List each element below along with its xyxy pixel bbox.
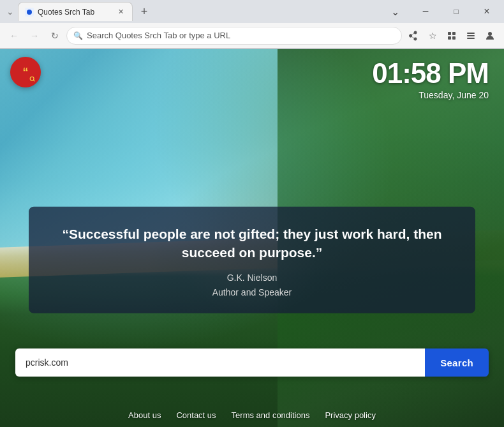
browser-menu-icon[interactable] xyxy=(462,27,480,45)
tab-title: Quotes Srch Tab xyxy=(38,8,112,17)
quote-text: “Successful people are not gifted; they … xyxy=(52,224,452,262)
footer-links: About us Contact us Terms and conditions… xyxy=(0,410,504,420)
search-logo-icon xyxy=(28,75,37,84)
footer-terms[interactable]: Terms and conditions xyxy=(232,410,310,420)
svg-rect-4 xyxy=(452,36,456,40)
share-icon[interactable] xyxy=(404,27,422,45)
address-bar-text: Search Quotes Srch Tab or type a URL xyxy=(87,31,230,40)
tab-close-button[interactable]: ✕ xyxy=(115,7,126,17)
clock-date: Tuesday, June 20 xyxy=(372,90,489,100)
quote-author-title: Author and Speaker xyxy=(52,285,452,299)
svg-point-8 xyxy=(488,32,492,36)
clock-widget: 01:58 PM Tuesday, June 20 xyxy=(372,59,489,100)
search-button[interactable]: Search xyxy=(425,348,489,377)
svg-rect-5 xyxy=(467,33,475,34)
toolbar-actions: ☆ xyxy=(404,27,499,45)
new-tab-button[interactable]: + xyxy=(135,3,153,20)
quote-box: “Successful people are not gifted; they … xyxy=(29,206,475,313)
search-input[interactable] xyxy=(15,348,425,377)
profile-icon[interactable] xyxy=(481,27,499,45)
address-bar[interactable]: 🔍 Search Quotes Srch Tab or type a URL xyxy=(66,27,402,45)
svg-rect-1 xyxy=(448,32,451,35)
clock-time: 01:58 PM xyxy=(372,59,489,87)
minimize-button[interactable]: ⌄ xyxy=(380,2,410,21)
svg-rect-2 xyxy=(452,32,456,35)
app-logo[interactable]: “ xyxy=(10,57,41,87)
footer-about-us[interactable]: About us xyxy=(128,410,161,420)
svg-rect-3 xyxy=(448,36,451,40)
reload-button[interactable]: ↻ xyxy=(46,27,64,45)
svg-rect-6 xyxy=(467,35,475,36)
footer-contact-us[interactable]: Contact us xyxy=(176,410,216,420)
forward-button[interactable]: → xyxy=(26,27,43,45)
active-tab[interactable]: Quotes Srch Tab ✕ xyxy=(18,2,133,21)
page-content: “ 01:58 PM Tuesday, June 20 “Successful … xyxy=(0,49,504,427)
svg-line-10 xyxy=(33,80,34,81)
svg-point-0 xyxy=(27,10,32,15)
browser-chrome: ⌄ Quotes Srch Tab ✕ + ⌄ − □ × ← → ↻ 🔍 Se… xyxy=(0,0,504,49)
quote-icon: “ xyxy=(23,66,29,79)
tab-favicon xyxy=(25,8,34,17)
footer-privacy[interactable]: Privacy policy xyxy=(325,410,375,420)
svg-rect-7 xyxy=(467,38,475,39)
address-search-icon: 🔍 xyxy=(73,31,83,40)
close-button[interactable]: × xyxy=(472,2,501,21)
restore-button[interactable]: − xyxy=(411,2,440,21)
extensions-icon[interactable] xyxy=(443,27,461,45)
quote-author-name: G.K. Nielson xyxy=(52,271,452,285)
tab-list-chevron[interactable]: ⌄ xyxy=(3,4,18,19)
maximize-button[interactable]: □ xyxy=(441,2,471,21)
search-bar-container: Search xyxy=(15,348,489,377)
toolbar: ← → ↻ 🔍 Search Quotes Srch Tab or type a… xyxy=(0,23,504,49)
svg-point-9 xyxy=(30,77,34,80)
bookmark-icon[interactable]: ☆ xyxy=(424,27,441,45)
window-controls: ⌄ − □ × xyxy=(380,2,501,21)
back-button[interactable]: ← xyxy=(5,27,23,45)
